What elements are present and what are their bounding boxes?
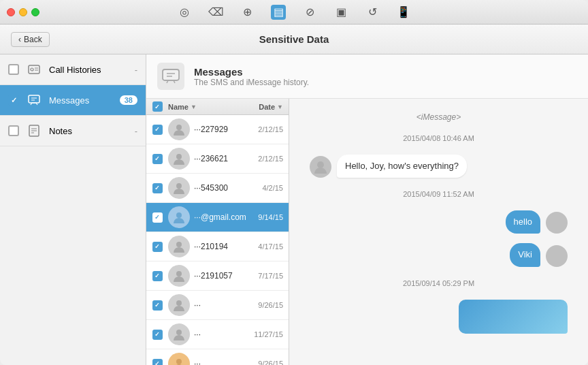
name-column-header[interactable]: Name ▼ xyxy=(168,103,248,111)
table-row[interactable]: ···2191057 7/17/15 xyxy=(146,261,289,291)
header-checkbox-cell xyxy=(146,101,168,112)
chat-message-row: Hello, Joy, how's everything? xyxy=(310,155,568,178)
svg-point-23 xyxy=(317,161,324,168)
messages-checkbox[interactable] xyxy=(8,95,19,106)
call-histories-checkbox[interactable] xyxy=(8,64,19,75)
svg-point-25 xyxy=(553,251,560,257)
table-row[interactable]: ···236621 2/12/15 xyxy=(146,144,289,174)
row-content: ···210194 xyxy=(190,242,258,251)
chat-message-row: hello xyxy=(310,210,568,234)
svg-point-1 xyxy=(31,68,33,71)
message-text: Hello, Joy, how's everything? xyxy=(345,161,459,171)
message-text: Viki xyxy=(518,249,532,259)
row-checkbox-cell xyxy=(146,359,168,366)
row-content: ···@gmail.com xyxy=(190,212,258,222)
main-content: Call Histories - Messages 38 xyxy=(0,54,588,365)
brush-icon[interactable]: ⌫ xyxy=(208,5,223,20)
row-checkbox[interactable] xyxy=(152,359,163,366)
sidebar-item-notes[interactable]: Notes - xyxy=(0,116,146,146)
contact-name: ···2191057 xyxy=(194,271,254,281)
avatar xyxy=(168,177,190,199)
chat-bubble: Hello, Joy, how's everything? xyxy=(337,155,467,178)
row-checkbox[interactable] xyxy=(152,154,163,164)
sender-avatar xyxy=(310,156,331,178)
row-checkbox-cell xyxy=(146,271,168,281)
row-checkbox[interactable] xyxy=(152,330,163,340)
chat-timestamp: 2015/04/08 10:46 AM xyxy=(310,134,568,142)
row-checkbox[interactable] xyxy=(152,300,163,311)
row-content: ···2191057 xyxy=(190,271,258,281)
notes-icon xyxy=(26,123,42,139)
maximize-button[interactable] xyxy=(31,8,39,16)
row-content: ···236621 xyxy=(190,154,258,163)
panel-description: The SMS and iMessage history. xyxy=(194,78,309,87)
messages-icon xyxy=(26,92,42,108)
svg-point-21 xyxy=(176,330,182,335)
select-all-checkbox[interactable] xyxy=(152,101,163,112)
contact-name: ···@gmail.com xyxy=(194,212,254,222)
back-arrow-icon: ‹ xyxy=(18,35,21,44)
sidebar-item-call-histories[interactable]: Call Histories - xyxy=(0,54,146,85)
contact-name: ···545300 xyxy=(194,183,258,193)
avatar xyxy=(168,236,190,257)
contact-name: ···227929 xyxy=(194,125,254,134)
row-checkbox[interactable] xyxy=(152,212,163,223)
date-column-header[interactable]: Date ▼ xyxy=(248,103,289,111)
chat-bubble: hello xyxy=(506,210,540,234)
back-label: Back xyxy=(24,35,42,44)
svg-rect-11 xyxy=(163,69,179,80)
row-content: ···227929 xyxy=(190,125,258,134)
notes-label: Notes xyxy=(49,126,128,136)
sync-icon[interactable]: ↺ xyxy=(365,5,380,20)
svg-point-22 xyxy=(176,359,182,364)
sidebar: Call Histories - Messages 38 xyxy=(0,54,146,365)
minimize-button[interactable] xyxy=(19,8,27,16)
panel-title: Messages xyxy=(194,66,309,78)
title-bar: ◎ ⌫ ⊕ ▤ ⊘ ▣ ↺ 📱 xyxy=(0,0,588,25)
globe-icon[interactable]: ⊕ xyxy=(240,5,255,20)
table-row[interactable]: ···210194 4/17/15 xyxy=(146,232,289,261)
message-date: 11/27/15 xyxy=(254,330,289,338)
svg-point-16 xyxy=(176,183,182,189)
toolbar: ◎ ⌫ ⊕ ▤ ⊘ ▣ ↺ 📱 xyxy=(177,5,411,20)
row-checkbox[interactable] xyxy=(152,242,163,252)
messages-label: Messages xyxy=(49,95,113,106)
avatar xyxy=(168,353,190,365)
panel-header: Messages The SMS and iMessage history. xyxy=(146,54,588,99)
compass-icon[interactable]: ◎ xyxy=(177,5,192,20)
row-checkbox-cell xyxy=(146,330,168,340)
panel-messages-icon xyxy=(157,63,184,90)
content-panel: Messages The SMS and iMessage history. N… xyxy=(146,54,588,365)
row-checkbox[interactable] xyxy=(152,125,163,135)
row-checkbox[interactable] xyxy=(152,271,163,281)
header: ‹ Back Sensitive Data xyxy=(0,25,588,54)
table-rows-container: ···227929 2/12/15 ···236621 xyxy=(146,115,289,365)
contact-name: ···236621 xyxy=(194,154,254,163)
notes-checkbox[interactable] xyxy=(8,125,19,136)
table-row[interactable]: ···@gmail.com 9/14/15 xyxy=(146,203,289,232)
row-checkbox[interactable] xyxy=(152,183,163,193)
table-row[interactable]: ··· 9/26/15 xyxy=(146,291,289,320)
svg-point-20 xyxy=(176,300,182,306)
table-row[interactable]: ··· 9/26/15 xyxy=(146,349,289,365)
receiver-avatar xyxy=(546,212,568,234)
page-title: Sensitive Data xyxy=(259,33,329,45)
chat-image xyxy=(459,300,568,334)
sensitive-data-icon[interactable]: ▤ xyxy=(271,5,286,20)
table-row[interactable]: ··· 11/27/15 xyxy=(146,320,289,349)
briefcase-icon[interactable]: ▣ xyxy=(333,5,348,20)
phone-icon[interactable]: 📱 xyxy=(396,5,411,20)
chat-timestamp: 2015/09/14 05:29 PM xyxy=(310,279,568,287)
trash-icon[interactable]: ⊘ xyxy=(302,5,317,20)
svg-point-14 xyxy=(176,125,182,130)
close-button[interactable] xyxy=(7,8,15,16)
avatar xyxy=(168,118,190,140)
back-button[interactable]: ‹ Back xyxy=(11,32,50,47)
date-sort-icon: ▼ xyxy=(277,104,283,110)
chat-bubble: Viki xyxy=(510,243,540,266)
table-row[interactable]: ···227929 2/12/15 xyxy=(146,115,289,144)
table-row[interactable]: ···545300 4/2/15 xyxy=(146,174,289,203)
call-histories-label: Call Histories xyxy=(49,65,128,75)
contact-name: ···210194 xyxy=(194,242,254,251)
sidebar-item-messages[interactable]: Messages 38 xyxy=(0,85,146,116)
